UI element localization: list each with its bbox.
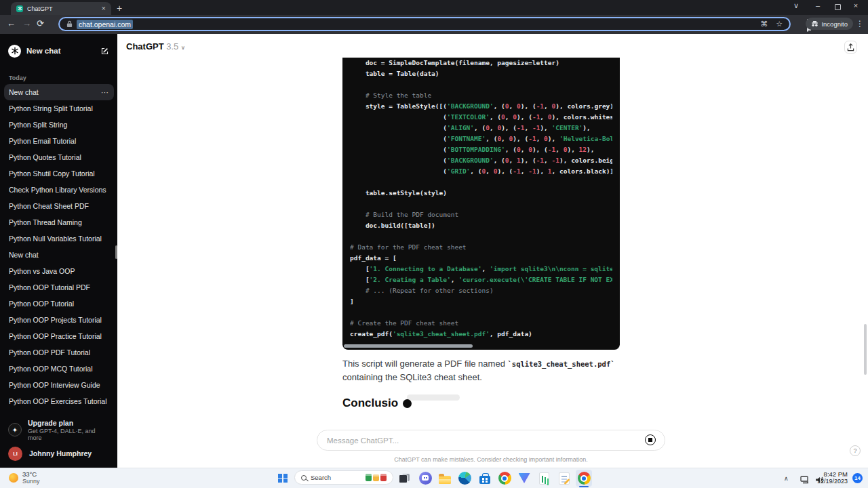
chat-history-item[interactable]: Python OOP Exercises Tutorial [4,393,114,409]
triangle-app-icon[interactable] [516,470,532,487]
browser-tab[interactable]: ChatGPT × [11,2,111,15]
tray-overflow-icon[interactable]: ∧ [784,468,789,488]
chat-history-item[interactable]: Python Quotes Tutorial [4,149,114,165]
window-maximize-button[interactable] [835,4,841,10]
code-block: doc = SimpleDocTemplate(filename, pagesi… [342,58,620,350]
address-bar[interactable]: chat.openai.com ⌘ ☆ [58,17,791,31]
browser-tab-bar: ChatGPT × + ∨ – × [0,0,868,15]
window-close-button[interactable]: × [849,1,863,9]
search-label: Search [311,474,331,481]
chatgpt-favicon [16,5,23,12]
conclusion-heading: Conclusio [342,396,412,410]
chat-history-item[interactable]: Python Thread Naming [4,214,114,230]
spreadsheet-app-icon[interactable] [536,470,552,487]
taskbar-search[interactable]: Search [294,470,393,485]
new-tab-button[interactable]: + [117,3,122,14]
chat-history-item[interactable]: Python Cheat Sheet PDF [4,198,114,214]
tab-search-chevron-icon[interactable]: ∨ [789,1,803,10]
tray-time: 8:42 PM [817,470,848,478]
browser-menu-icon[interactable]: ⋮ [856,19,864,28]
chat-history-item[interactable]: Python OOP Practice Tutorial [4,328,114,344]
window-minimize-button[interactable]: – [811,1,825,9]
page-scrollbar[interactable] [864,324,867,375]
chat-history-item[interactable]: Python OOP MCQ Tutorial [4,361,114,377]
chat-history-item[interactable]: Python OOP Tutorial PDF [4,279,114,296]
share-button[interactable] [844,41,857,54]
model-dropdown-icon: ∨ [181,45,185,51]
browser-toolbar: ← → ⟳ chat.openai.com ⌘ ☆ Incognito ⋮ [0,15,868,34]
chat-history-item[interactable]: Python Null Variables Tutorial [4,230,114,247]
code-horizontal-scrollbar[interactable] [344,344,473,348]
teams-chat-icon[interactable] [417,470,433,487]
chat-history-item[interactable]: New chat [4,247,114,263]
disclaimer-text: ChatGPT can make mistakes. Consider chec… [317,456,665,463]
chat-history-item[interactable]: Python Shutil Copy Tutorial [4,165,114,182]
upgrade-title: Upgrade plan [28,419,109,427]
notification-badge[interactable]: 14 [852,473,863,483]
chat-history-item[interactable]: Python OOP Projects Tutorial [4,312,114,328]
screen: ChatGPT × + ∨ – × ← → ⟳ chat.openai.com … [0,0,868,488]
chat-history-item[interactable]: Python String Split Tutorial [4,100,114,117]
account-button[interactable]: LI Johnny Humphrey [4,443,113,464]
weather-temp: 33°C [22,470,40,478]
tab-title: ChatGPT [27,5,98,12]
lock-icon [66,20,73,28]
tray-date: 12/19/2023 [817,478,848,485]
conversation-scroll-area[interactable]: doc = SimpleDocTemplate(filename, pagesi… [117,58,868,427]
url-text[interactable]: chat.openai.com [77,20,133,29]
upgrade-plan-button[interactable]: ✦ Upgrade plan Get GPT-4, DALL·E, and mo… [4,418,113,442]
weather-condition: Sunny [22,478,40,485]
user-name: Johnny Humphrey [29,449,92,458]
chat-history-item[interactable]: Check Python Library Versions [4,182,114,198]
chat-history-item[interactable]: Python vs Java OOP [4,263,114,279]
message-paragraph: This script will generate a PDF file nam… [342,357,622,384]
clock[interactable]: 8:42 PM 12/19/2023 [817,470,848,485]
shortcut-icon[interactable]: ⌘ [760,20,768,28]
stop-generating-button[interactable] [645,434,656,445]
incognito-icon [811,21,818,27]
start-button[interactable] [275,470,291,487]
task-view-icon[interactable] [396,470,412,487]
chat-history-item[interactable]: New chat⋯ [4,84,114,100]
chrome-icon[interactable] [496,470,513,487]
model-selector[interactable]: ChatGPT 3.5 ∨ [126,41,185,52]
search-icon [301,475,307,481]
chat-item-more-icon[interactable]: ⋯ [101,88,109,97]
composer: ChatGPT can make mistakes. Consider chec… [117,427,868,468]
reload-button[interactable]: ⟳ [37,18,44,28]
chat-history-item[interactable]: Python OOP Interview Guide [4,377,114,393]
forward-button[interactable]: → [22,18,31,28]
windows-logo-icon [278,474,288,483]
tab-close-icon[interactable]: × [102,5,106,12]
chat-history-item[interactable]: Python Email Tutorial [4,133,114,149]
back-button[interactable]: ← [7,18,16,28]
network-icon[interactable] [800,474,810,487]
notes-app-icon[interactable] [556,470,572,487]
chat-history-item[interactable]: Python OOP Tutorial [4,296,114,312]
history-section-label: Today [9,75,26,81]
edge-icon[interactable] [456,470,473,487]
chat-history-item[interactable]: Python Split String [4,117,114,133]
incognito-badge: Incognito [806,18,853,30]
holiday-gifts-icon [366,474,387,481]
chat-main: ChatGPT 3.5 ∨ doc = SimpleDocTemplate(fi… [117,34,868,468]
streaming-cursor-icon [403,399,412,408]
new-chat-button[interactable]: New chat [4,41,113,61]
file-explorer-icon[interactable] [437,470,453,487]
weather-widget[interactable]: 33°C Sunny [9,470,40,485]
sidebar: New chat Today New chat⋯Python String Sp… [0,34,117,468]
code-content: doc = SimpleDocTemplate(filename, pagesi… [342,58,620,344]
compose-icon[interactable] [100,47,109,56]
avatar: LI [8,447,22,461]
new-chat-label: New chat [26,47,95,55]
chat-history-list: New chat⋯Python String Split TutorialPyt… [4,84,114,409]
chrome-active-icon[interactable] [576,470,592,487]
help-button[interactable]: ? [850,445,861,456]
chat-header: ChatGPT 3.5 ∨ [117,34,868,58]
message-input[interactable] [317,430,665,451]
upgrade-subtitle: Get GPT-4, DALL·E, and more [28,428,109,441]
chat-history-item[interactable]: Python OOP PDF Tutorial [4,344,114,361]
bookmark-star-icon[interactable]: ☆ [776,20,783,28]
microsoft-store-icon[interactable] [477,470,493,487]
taskbar: 33°C Sunny Search ∧ [0,468,868,488]
